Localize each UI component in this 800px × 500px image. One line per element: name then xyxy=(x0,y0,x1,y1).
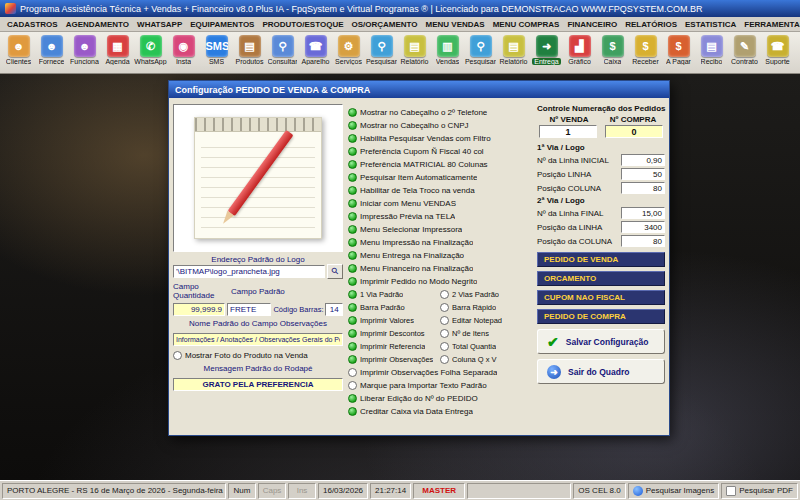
option-row[interactable]: Liberar Edição do Nº do PEDIDO xyxy=(348,392,532,405)
option-row[interactable]: Habilita Pesquisar Vendas com Filtro xyxy=(348,132,532,145)
option-row[interactable]: Mostrar no Cabeçalho o CNPJ xyxy=(348,119,532,132)
field-input[interactable]: 0,90 xyxy=(621,154,665,166)
toolbar-button[interactable]: ☻ Fornece xyxy=(35,33,68,72)
dialog-titlebar[interactable]: Configuração PEDIDO DE VENDA & COMPRA xyxy=(169,81,669,98)
option-row[interactable]: Pesquisar Item Automaticamente xyxy=(348,171,532,184)
doc-button[interactable]: CUPOM NAO FISCAL xyxy=(537,290,665,305)
toolbar-button[interactable]: ▤ Produtos xyxy=(233,33,266,72)
option-row[interactable]: Habilitar de Tela Troco na venda xyxy=(348,184,532,197)
window-titlebar[interactable]: Programa Assistência Técnica + Vendas + … xyxy=(0,0,800,17)
search-pdf-panel[interactable]: Pesquisar PDF xyxy=(721,483,798,499)
option-row[interactable]: Imprimir Referencia xyxy=(348,340,440,353)
pad-input[interactable] xyxy=(227,303,271,316)
option-row[interactable]: 2 Vias Padrão xyxy=(440,288,532,301)
toolbar-button[interactable]: ⚲ Pesquisar xyxy=(365,33,398,72)
footer-input[interactable] xyxy=(173,378,343,391)
option-row[interactable]: Imprimir Observações xyxy=(348,353,440,366)
toolbar-button[interactable]: $ A Pagar xyxy=(662,33,695,72)
menu-item[interactable]: AGENDAMENTO xyxy=(62,19,133,30)
toolbar-button[interactable]: ⚲ Pesquisar xyxy=(464,33,497,72)
field-row: Posição LINHA 50 xyxy=(537,168,665,180)
menu-item[interactable]: MENU VENDAS xyxy=(422,19,489,30)
option-row[interactable]: Menu Entrega na Finalização xyxy=(348,249,532,262)
option-row[interactable]: Barra Rápido xyxy=(440,301,532,314)
compra-value-input[interactable]: 0 xyxy=(605,125,663,138)
show-photo-option[interactable]: Mostrar Foto do Produto na Venda xyxy=(173,349,343,362)
toolbar-button[interactable]: ▤ Recibo xyxy=(695,33,728,72)
save-button[interactable]: ✔ Salvar Configuração xyxy=(537,329,665,354)
toolbar-button[interactable]: ➜ Entrega xyxy=(530,33,563,72)
option-row[interactable]: Imprimir Observações Folha Separada xyxy=(348,366,532,379)
toolbar-button[interactable]: ▤ Relatório xyxy=(497,33,530,72)
option-label: 1 Via Padrão xyxy=(360,290,403,299)
option-row[interactable]: Menu Financeiro na Finalização xyxy=(348,262,532,275)
toolbar-button[interactable]: ◉ Insta xyxy=(167,33,200,72)
toolbar-button[interactable]: ☎ Suporte xyxy=(761,33,794,72)
option-row[interactable]: Menu Selecionar Impressora xyxy=(348,223,532,236)
toolbar-button[interactable]: ▟ Gráfico xyxy=(563,33,596,72)
option-row[interactable]: Creditar Caixa via Data Entrega xyxy=(348,405,532,418)
toolbar-button[interactable]: ☎ Aparelho xyxy=(299,33,332,72)
option-row[interactable]: Marque para Importar Texto Padrão xyxy=(348,379,532,392)
toolbar-button[interactable]: SMS SMS xyxy=(200,33,233,72)
option-row[interactable]: Coluna Q x V xyxy=(440,353,532,366)
toolbar-button[interactable]: ✆ WhatsApp xyxy=(134,33,167,72)
option-row[interactable]: Editar Notepad xyxy=(440,314,532,327)
field-input[interactable]: 15,00 xyxy=(621,207,665,219)
doc-button[interactable]: ORCAMENTO xyxy=(537,271,665,286)
obs-input[interactable] xyxy=(173,333,343,346)
toolbar-button[interactable]: ⚙ Serviços xyxy=(332,33,365,72)
toolbar-button[interactable]: ▦ Agenda xyxy=(101,33,134,72)
toolbar-button[interactable]: ☻ Funciona xyxy=(68,33,101,72)
search-images-panel[interactable]: Pesquisar Imagens xyxy=(628,483,719,499)
exit-button[interactable]: ➜ Sair do Quadro xyxy=(537,359,665,384)
toolbar-button[interactable]: ☻ Clientes xyxy=(2,33,35,72)
field-input[interactable]: 80 xyxy=(621,182,665,194)
doc-button[interactable]: PEDIDO DE COMPRA xyxy=(537,309,665,324)
option-row[interactable]: Imprimir Pedido no Modo Negrito xyxy=(348,275,532,288)
menu-item[interactable]: RELATÓRIOS xyxy=(621,19,681,30)
menu-item[interactable]: FINANCEIRO xyxy=(563,19,621,30)
toolbar-button[interactable]: $ Receber xyxy=(629,33,662,72)
logo-path-label: Endereço Padrão do Logo xyxy=(173,255,343,264)
browse-logo-button[interactable]: ⚲ xyxy=(327,264,343,279)
menu-item[interactable]: CADASTROS xyxy=(3,19,62,30)
venda-value-input[interactable]: 1 xyxy=(539,125,597,138)
menu-item[interactable]: PRODUTO/ESTOQUE xyxy=(258,19,347,30)
menu-item[interactable]: ESTATISTICA xyxy=(681,19,740,30)
field-input[interactable]: 50 xyxy=(621,168,665,180)
option-row[interactable]: Preferência MATRICIAL 80 Colunas xyxy=(348,158,532,171)
radio-icon xyxy=(348,264,357,273)
option-row[interactable]: Imprimir Descontos xyxy=(348,327,440,340)
field-input[interactable]: 80 xyxy=(621,235,665,247)
toolbar-button[interactable]: $ Caixa xyxy=(596,33,629,72)
toolbar-button[interactable]: ⚲ Consultar xyxy=(266,33,299,72)
field-input[interactable]: 3400 xyxy=(621,221,665,233)
barcode-input[interactable] xyxy=(325,303,343,316)
option-row[interactable]: Menu Impressão na Finalização xyxy=(348,236,532,249)
option-label: Habilitar de Tela Troco na venda xyxy=(360,186,475,195)
menu-item[interactable]: EQUIPAMENTOS xyxy=(186,19,258,30)
menu-item[interactable]: OS/ORÇAMENTO xyxy=(348,19,422,30)
radio-icon xyxy=(348,186,357,195)
toolbar-button[interactable]: ▥ Vendas xyxy=(431,33,464,72)
doc-button[interactable]: PEDIDO DE VENDA xyxy=(537,252,665,267)
toolbar-button[interactable]: ▤ Relatório xyxy=(398,33,431,72)
option-row[interactable]: Nº de Itens xyxy=(440,327,532,340)
option-row[interactable]: Impressão Prévia na TELA xyxy=(348,210,532,223)
menu-item[interactable]: MENU COMPRAS xyxy=(489,19,564,30)
logo-path-input[interactable] xyxy=(173,265,325,278)
menu-item[interactable]: WHATSAPP xyxy=(133,19,186,30)
toolbar-label: Produtos xyxy=(235,58,263,65)
qty-input[interactable] xyxy=(173,303,225,316)
app-window: Programa Assistência Técnica + Vendas + … xyxy=(0,0,800,500)
option-row[interactable]: Preferência Cupom Ñ Fiscal 40 col xyxy=(348,145,532,158)
option-row[interactable]: Barra Padrão xyxy=(348,301,440,314)
option-row[interactable]: 1 Via Padrão xyxy=(348,288,440,301)
option-row[interactable]: Total Quantia xyxy=(440,340,532,353)
menu-item[interactable]: FERRAMENTAS xyxy=(740,19,800,30)
option-row[interactable]: Imprimir Valores xyxy=(348,314,440,327)
option-row[interactable]: Iniciar com Menu VENDAS xyxy=(348,197,532,210)
option-row[interactable]: Mostrar no Cabeçalho o 2º Telefone xyxy=(348,106,532,119)
toolbar-button[interactable]: ✎ Contrato xyxy=(728,33,761,72)
